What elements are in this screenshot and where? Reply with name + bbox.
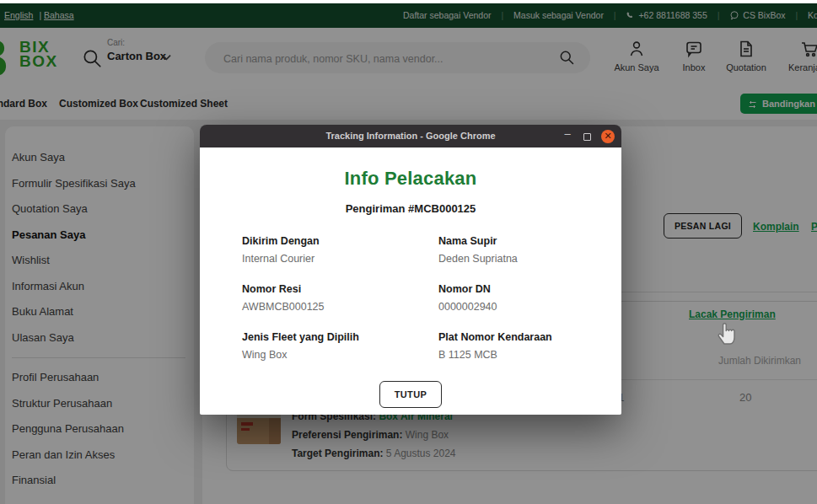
field-nomor-resi: Nomor Resi AWBMCB000125	[242, 283, 438, 313]
field-nama-supir: Nama Supir Deden Supriatna	[438, 235, 607, 265]
tutup-button[interactable]: TUTUP	[379, 381, 443, 408]
shipment-number: Pengiriman #MCB000125	[200, 202, 621, 215]
popup-titlebar[interactable]: Tracking Information - Google Chrome – ✕	[200, 125, 621, 147]
close-window-button[interactable]: ✕	[601, 130, 615, 143]
popup-window-title: Tracking Information - Google Chrome	[200, 131, 621, 141]
popup-body: Info Pelacakan Pengiriman #MCB000125 Dik…	[200, 147, 621, 415]
maximize-button[interactable]	[580, 130, 594, 143]
field-jenis-fleet: Jenis Fleet yang Dipilih Wing Box	[242, 331, 438, 361]
modal-title: Info Pelacakan	[200, 168, 621, 190]
minimize-button[interactable]: –	[561, 130, 574, 143]
field-plat-nomor: Plat Nomor Kendaraan B 1125 MCB	[438, 331, 607, 361]
tracking-popup-window: Tracking Information - Google Chrome – ✕…	[200, 125, 621, 415]
screen: English | Bahasa Daftar sebagai Vendor |…	[0, 0, 817, 504]
field-dikirim-dengan: Dikirim Dengan Internal Courier	[242, 235, 438, 265]
hand-cursor-icon	[713, 315, 742, 347]
tracking-fields: Dikirim Dengan Internal Courier Nama Sup…	[200, 235, 621, 361]
field-nomor-dn: Nomor DN 0000002940	[438, 283, 607, 313]
